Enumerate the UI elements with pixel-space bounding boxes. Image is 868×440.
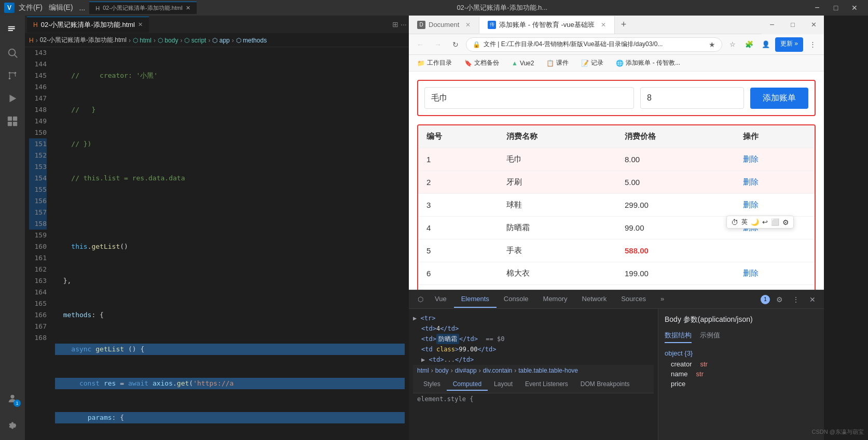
- update-btn[interactable]: 更新 »: [775, 37, 803, 52]
- devtools-tab-memory[interactable]: Memory: [536, 291, 575, 308]
- devtools-lang-btn[interactable]: 英: [741, 218, 748, 226]
- table-row-5: 5 手表 588.00: [418, 239, 815, 262]
- bc-html[interactable]: ⬡ html: [133, 37, 151, 44]
- user-avatar[interactable]: 👤: [759, 37, 773, 52]
- run-icon[interactable]: [2, 88, 23, 109]
- extensions-icon[interactable]: [2, 111, 23, 132]
- bookmark-icon[interactable]: ☆: [725, 37, 740, 52]
- bc-body-item[interactable]: body: [435, 367, 449, 374]
- price-input[interactable]: [640, 87, 744, 109]
- activity-bar: 1: [0, 16, 25, 440]
- bc-app[interactable]: ⬡ app: [212, 37, 229, 44]
- cell-id-4: 4: [418, 217, 498, 239]
- bc-script[interactable]: ⬡ script: [184, 37, 206, 44]
- devtools-inspect-icon[interactable]: ⬡: [413, 292, 428, 307]
- bc-file-name[interactable]: 02-小黑记账清单-添加功能.html: [40, 36, 127, 45]
- devtools-tab-elements[interactable]: Elements: [454, 291, 497, 308]
- bookmark-vue2[interactable]: ▲ Vue2: [507, 59, 538, 68]
- cell-action-1: 删除: [735, 148, 815, 171]
- maximize-btn[interactable]: □: [826, 1, 845, 15]
- bc-html-item[interactable]: html: [417, 367, 429, 374]
- browser-maximize-btn[interactable]: □: [782, 16, 803, 34]
- account-icon[interactable]: 1: [2, 388, 23, 409]
- bc-divcontain-item[interactable]: div.contain: [483, 367, 512, 374]
- app-content: 添加账单 编号 消费名称 消费价格 操作: [409, 72, 824, 290]
- devtools-tab-vue[interactable]: Vue: [428, 291, 454, 308]
- address-bar[interactable]: 🔒 文件 | E:/工作目录/04-营销物料/新版Vue基础-目录编排/day0…: [466, 37, 722, 52]
- bc-file[interactable]: H: [29, 37, 34, 44]
- params-tab-example[interactable]: 示例值: [700, 331, 720, 343]
- delete-btn-6[interactable]: 删除: [743, 268, 759, 277]
- devtools-settings-btn[interactable]: ⚙: [772, 292, 787, 307]
- more-browser-btn[interactable]: ⋮: [805, 37, 820, 52]
- bc-body[interactable]: ⬡ body: [158, 37, 178, 44]
- close-tab2-btn[interactable]: ✕: [601, 21, 606, 29]
- devtools-close-btn[interactable]: ✕: [805, 292, 820, 307]
- style-tab-events[interactable]: Event Listeners: [519, 378, 574, 391]
- cell-price-7: 99.00: [616, 285, 735, 290]
- params-tab-structure[interactable]: 数据结构: [665, 331, 692, 343]
- style-tab-dom-breakpoints[interactable]: DOM Breakpoints: [574, 378, 636, 391]
- bookmark-notes[interactable]: 📝 记录: [577, 58, 608, 68]
- explorer-icon[interactable]: [2, 20, 23, 40]
- code-content[interactable]: // creator: '小黑' // } // }) // this.list…: [51, 47, 409, 440]
- file-menu[interactable]: 文件(F): [19, 3, 43, 12]
- bookmark-app-label: 添加账单 - 传智教...: [626, 59, 680, 67]
- style-tab-layout[interactable]: Layout: [488, 378, 519, 391]
- close-btn[interactable]: ✕: [845, 1, 864, 15]
- code-line-146: // this.list = res.data.data: [55, 173, 405, 184]
- split-editor-btn[interactable]: ⊞: [392, 20, 398, 29]
- minimize-btn[interactable]: −: [808, 1, 826, 15]
- search-icon[interactable]: [2, 42, 23, 63]
- browser-close-btn[interactable]: ✕: [803, 16, 824, 34]
- more-menu[interactable]: ...: [79, 4, 86, 12]
- params-row-creator: creator str: [665, 360, 818, 368]
- new-tab-btn[interactable]: +: [615, 19, 633, 30]
- more-actions-btn[interactable]: ···: [401, 20, 407, 29]
- editor-tab-titlebar[interactable]: H 02-小黑记账清单-添加功能.html ✕: [89, 2, 196, 14]
- extensions-browser-icon[interactable]: 🧩: [742, 37, 756, 52]
- close-tab1-btn[interactable]: ✕: [465, 21, 471, 29]
- devtools-tab-sources[interactable]: Sources: [614, 291, 653, 308]
- bookmark-docs[interactable]: 🔖 文档备份: [460, 58, 503, 68]
- forward-btn[interactable]: →: [431, 37, 445, 52]
- delete-btn-2[interactable]: 删除: [743, 177, 759, 186]
- back-btn[interactable]: ←: [413, 37, 428, 52]
- cell-price-2: 5.00: [616, 171, 735, 194]
- close-tab-icon[interactable]: ✕: [186, 5, 190, 11]
- browser-tab-document[interactable]: D Document ✕: [409, 17, 479, 33]
- delete-btn-1[interactable]: 删除: [743, 154, 759, 163]
- bc-methods[interactable]: ⬡ methods: [236, 37, 267, 44]
- bookmark-app[interactable]: 🌐 添加账单 - 传智教...: [612, 58, 684, 68]
- style-tab-computed[interactable]: Computed: [447, 378, 488, 391]
- style-content: element.style {: [413, 393, 654, 405]
- devtools-gear-icon[interactable]: ⚙: [782, 218, 789, 226]
- browser-minimize-btn[interactable]: −: [762, 16, 782, 34]
- bc-table-item[interactable]: table.table.table-hove: [518, 367, 578, 374]
- settings-icon[interactable]: [2, 415, 23, 436]
- devtools-tab-more[interactable]: »: [653, 291, 671, 308]
- bookmark-workdir[interactable]: 📁 工作目录: [413, 58, 456, 68]
- close-tab-btn[interactable]: ✕: [138, 21, 143, 28]
- name-input[interactable]: [424, 87, 634, 109]
- slides-icon: 📋: [546, 60, 554, 67]
- browser-tab-app[interactable]: 传 添加账单 - 传智教育 -vue基础班 ✕: [479, 16, 614, 34]
- cell-price-6: 199.00: [616, 262, 735, 285]
- editor-area: H 02-小黑记账清单-添加功能.html ✕ ⊞ ··· H › 02-小黑记…: [25, 16, 409, 440]
- editor-tab[interactable]: H 02-小黑记账清单-添加功能.html ✕: [27, 17, 149, 33]
- edit-menu[interactable]: 编辑(E): [49, 3, 73, 12]
- source-control-icon[interactable]: [2, 65, 23, 86]
- bookmark-slides[interactable]: 📋 课件: [542, 58, 573, 68]
- bc-divapp-item[interactable]: div#app: [455, 367, 477, 374]
- cell-name-5: 手表: [498, 239, 616, 262]
- devtools-more-btn[interactable]: ⋮: [789, 292, 803, 307]
- devtools-tab-network[interactable]: Network: [575, 291, 614, 308]
- devtools-tab-console[interactable]: Console: [497, 291, 536, 308]
- html-line-td-fangshaishuang: <td>防晒霜</td> == $0: [413, 334, 654, 344]
- style-tab-styles[interactable]: Styles: [417, 378, 447, 391]
- refresh-btn[interactable]: ↻: [448, 37, 463, 52]
- add-account-btn[interactable]: 添加账单: [750, 88, 808, 109]
- delete-btn-3[interactable]: 删除: [743, 200, 759, 209]
- lock-icon: 🔒: [473, 41, 480, 48]
- code-line-149: },: [55, 275, 405, 287]
